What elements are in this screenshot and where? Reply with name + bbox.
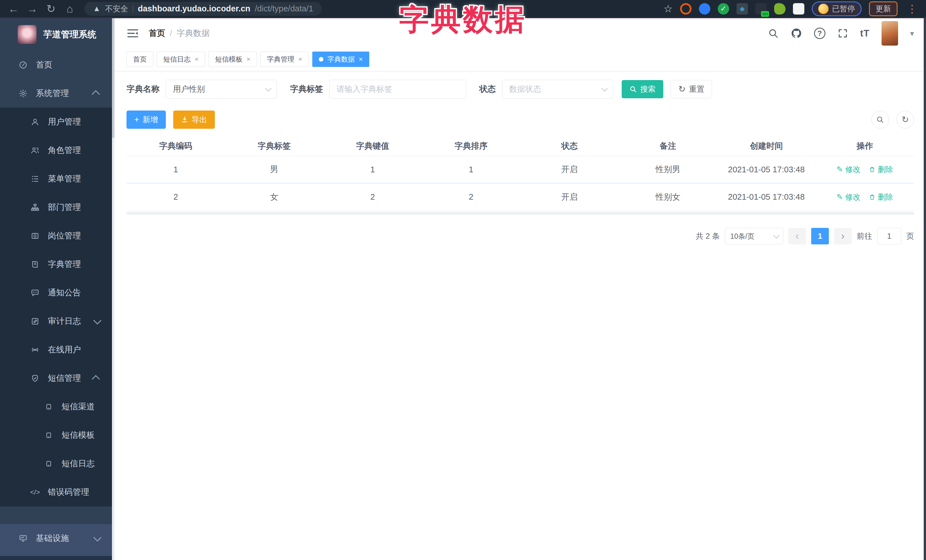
edit-link[interactable]: ✎ 修改 [837, 165, 861, 175]
dict-name-select[interactable]: 用户性别 [166, 80, 277, 98]
sidebar-item-label: 系统管理 [36, 88, 69, 99]
browser-back-icon[interactable]: ← [4, 0, 23, 17]
dict-label-input[interactable] [329, 80, 466, 98]
extension-leaf-icon[interactable] [774, 3, 785, 15]
tab-home[interactable]: 首页 [127, 51, 153, 67]
bookmark-star-icon[interactable]: ☆ [664, 3, 673, 15]
table-bottom-scrollbar[interactable] [127, 212, 914, 215]
extension-switch-icon[interactable]: on [755, 3, 767, 15]
sidebar-item-label: 基础设施 [36, 533, 69, 544]
header-search-icon[interactable] [768, 28, 779, 39]
extension-puzzle-icon[interactable] [793, 3, 804, 15]
edit-log-icon [29, 317, 42, 326]
breadcrumb-home[interactable]: 首页 [149, 28, 165, 39]
reset-button-label: 重置 [689, 84, 704, 94]
sidebar-scrollbar[interactable] [112, 18, 115, 560]
prev-page-button[interactable]: ‹ [788, 228, 806, 245]
tab-label: 字典管理 [267, 55, 294, 64]
sidebar-item-departments[interactable]: 部门管理 [0, 193, 112, 222]
sidebar-item-notices[interactable]: 通知公告 [0, 279, 112, 307]
table-row[interactable]: 1 男 1 1 开启 性别男 2021-01-05 17:03:48 ✎ 修改 … [127, 156, 914, 183]
app-logo-row[interactable]: 芋道管理系统 [0, 18, 112, 51]
status-label: 状态 [479, 83, 496, 95]
sidebar-item-users[interactable]: 用户管理 [0, 108, 112, 136]
sidebar-item-online-users[interactable]: 在线用户 [0, 335, 112, 364]
table-row[interactable]: 2 女 2 2 开启 性别女 2021-01-05 17:03:48 ✎ 修改 … [127, 183, 914, 211]
chevron-down-icon [94, 317, 101, 325]
refresh-table-button[interactable]: ↻ [896, 111, 914, 128]
tab-dict-data[interactable]: 字典数据 × [312, 51, 369, 67]
sidebar-scrollbar-thumb[interactable] [112, 18, 115, 138]
infrastructure-section: 基础设施 [0, 524, 112, 560]
sidebar-item-posts[interactable]: 岗位管理 [0, 222, 112, 250]
close-icon[interactable]: × [298, 55, 302, 63]
goto-label: 前往 [857, 231, 872, 241]
close-icon[interactable]: × [359, 55, 363, 63]
user-icon [29, 118, 42, 126]
sidebar-item-dict[interactable]: 字典管理 [0, 250, 112, 279]
reset-button[interactable]: ↻ 重置 [671, 80, 712, 98]
close-icon[interactable]: × [195, 55, 198, 63]
tab-sms-template[interactable]: 短信模板 × [209, 51, 257, 67]
sidebar-item-error-codes[interactable]: </> 错误码管理 [0, 478, 112, 506]
sidebar-item-sms-channel[interactable]: 短信渠道 [0, 392, 112, 421]
hamburger-icon[interactable] [127, 28, 139, 39]
sidebar-item-infrastructure[interactable]: 基础设施 [0, 524, 112, 552]
delete-link[interactable]: 删除 [869, 192, 893, 202]
search-button-label: 搜索 [640, 84, 656, 94]
status-select[interactable]: 数据状态 [502, 80, 613, 98]
page-scrollbar[interactable] [924, 18, 926, 560]
address-bar[interactable]: ▲ 不安全 dashboard.yudao.iocoder.cn/dict/ty… [84, 2, 322, 16]
col-header-label: 字典标签 [225, 140, 324, 152]
delete-link[interactable]: 删除 [869, 165, 893, 175]
extension-check-icon[interactable]: ✓ [718, 3, 729, 15]
cell-sort: 1 [422, 165, 520, 174]
col-header-actions: 操作 [816, 140, 914, 152]
goto-page-input[interactable] [877, 228, 901, 245]
sidebar-item-label: 审计日志 [48, 315, 81, 327]
col-header-status: 状态 [520, 140, 619, 152]
close-icon[interactable]: × [247, 55, 250, 63]
font-size-icon[interactable]: tT [860, 28, 870, 39]
page-size-select[interactable]: 10条/页 [725, 228, 783, 245]
browser-reload-icon[interactable]: ↻ [42, 0, 61, 17]
extension-orange-icon[interactable] [680, 3, 691, 15]
sidebar: 芋道管理系统 首页 系统管理 用户管理 角色管理 [0, 18, 112, 560]
add-button[interactable]: + 新增 [127, 110, 166, 129]
sidebar-item-menus[interactable]: 菜单管理 [0, 165, 112, 193]
paused-extension-chip[interactable]: 已暂停 [812, 2, 862, 16]
shield-check-icon [29, 374, 42, 383]
current-page-button[interactable]: 1 [811, 228, 829, 245]
browser-menu-icon[interactable]: ⋮ [905, 3, 919, 15]
cell-code: 1 [127, 165, 225, 174]
avatar-caret-icon[interactable]: ▾ [910, 29, 914, 38]
pagination: 共 2 条 10条/页 ‹ 1 › 前往 页 [127, 228, 914, 245]
sidebar-item-sms[interactable]: 短信管理 [0, 364, 112, 392]
search-button[interactable]: 搜索 [622, 80, 663, 98]
tab-dict-manage[interactable]: 字典管理 × [260, 51, 309, 67]
fullscreen-icon[interactable] [837, 28, 848, 39]
extension-bars-icon[interactable]: ◆ [737, 3, 748, 15]
chevron-down-icon [265, 85, 272, 92]
sidebar-item-audit-log[interactable]: 审计日志 [0, 307, 112, 335]
browser-update-button[interactable]: 更新 [869, 2, 897, 16]
on-badge: on [761, 11, 769, 17]
help-icon[interactable]: ? [814, 28, 825, 39]
toggle-search-button[interactable] [871, 111, 889, 128]
table-header-row: 字典编码 字典标签 字典键值 字典排序 状态 备注 创建时间 操作 [127, 136, 914, 156]
browser-forward-icon[interactable]: → [23, 0, 42, 17]
sidebar-item-roles[interactable]: 角色管理 [0, 136, 112, 165]
user-avatar[interactable] [882, 21, 898, 45]
edit-link[interactable]: ✎ 修改 [837, 192, 861, 202]
next-page-button[interactable]: › [834, 228, 852, 245]
tab-sms-log[interactable]: 短信日志 × [157, 51, 205, 67]
trash-icon [869, 166, 876, 173]
sidebar-item-sms-log[interactable]: 短信日志 [0, 450, 112, 478]
browser-home-icon[interactable]: ⌂ [61, 0, 79, 17]
export-button[interactable]: 导出 [173, 110, 215, 129]
github-icon[interactable] [791, 28, 802, 39]
sidebar-item-sms-template[interactable]: 短信模板 [0, 421, 112, 450]
extension-blue-icon[interactable] [699, 3, 710, 15]
sidebar-item-home[interactable]: 首页 [0, 51, 112, 79]
sidebar-item-system[interactable]: 系统管理 [0, 79, 112, 108]
